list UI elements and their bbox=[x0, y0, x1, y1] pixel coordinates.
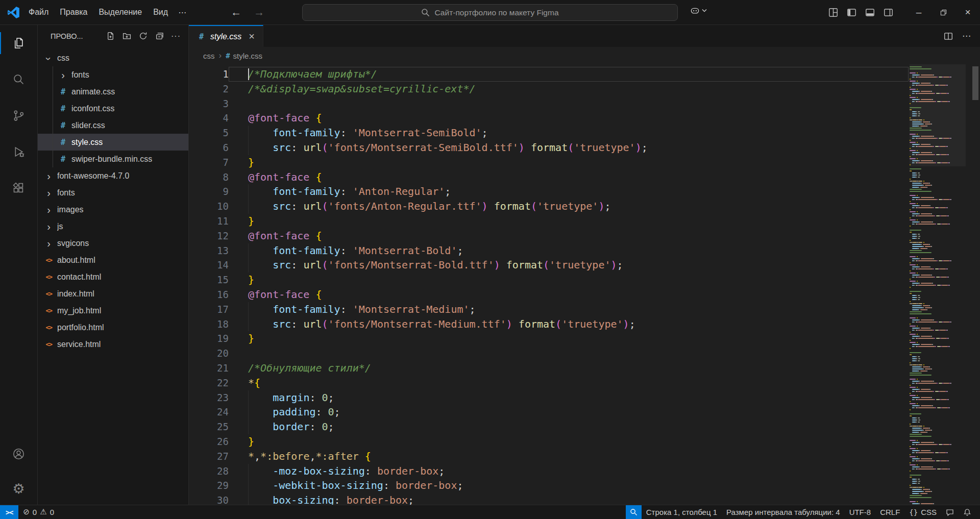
code-line-29[interactable]: 29 -webkit-box-sizing: border-box; bbox=[189, 478, 909, 493]
forward-arrow-icon[interactable]: → bbox=[248, 6, 271, 18]
close-window-button[interactable]: × bbox=[955, 0, 980, 24]
copilot-menu[interactable] bbox=[690, 6, 707, 15]
tree-item-font-awesome-4-7-0[interactable]: ›font-awesome-4.7.0 bbox=[38, 167, 188, 184]
code-line-16[interactable]: 16@font-face { bbox=[189, 287, 909, 302]
code-line-2[interactable]: 2/*&display=swap&subset=cyrillic-ext*/ bbox=[189, 82, 909, 96]
tree-item-svgicons[interactable]: ›svgicons bbox=[38, 235, 188, 252]
code-line-24[interactable]: 24 padding: 0; bbox=[189, 405, 909, 419]
tree-item-fonts[interactable]: ›fonts bbox=[38, 184, 188, 201]
zoom-indicator[interactable] bbox=[626, 505, 642, 519]
code-line-17[interactable]: 17 font-family: 'Montserrat-Medium'; bbox=[189, 302, 909, 317]
remote-indicator[interactable]: >< bbox=[0, 505, 18, 519]
tree-item-style-css[interactable]: #style.css bbox=[38, 134, 188, 151]
code-line-26[interactable]: 26} bbox=[189, 434, 909, 449]
tree-item-fonts[interactable]: ›fonts bbox=[38, 66, 188, 83]
code-line-7[interactable]: 7} bbox=[189, 155, 909, 170]
tree-item-swiper-bundle-min-css[interactable]: #swiper-bundle.min.css bbox=[38, 151, 188, 167]
code-line-3[interactable]: 3 bbox=[189, 96, 909, 111]
cursor-position[interactable]: Строка 1, столбец 1 bbox=[642, 505, 722, 519]
code-line-30[interactable]: 30 box-sizing: border-box; bbox=[189, 493, 909, 505]
code-editor[interactable]: 1/*Подключаем шрифты*/2/*&display=swap&s… bbox=[189, 64, 980, 505]
menu-view[interactable]: Вид bbox=[148, 5, 174, 19]
code-line-25[interactable]: 25 border: 0; bbox=[189, 419, 909, 434]
chevron-expanded-icon: › bbox=[44, 54, 54, 63]
activity-explorer[interactable] bbox=[0, 25, 38, 61]
account-button[interactable] bbox=[0, 436, 38, 472]
customize-layout-icon[interactable] bbox=[828, 8, 838, 17]
code-line-5[interactable]: 5 font-family: 'Montserrat-SemiBold'; bbox=[189, 126, 909, 140]
code-line-9[interactable]: 9 font-family: 'Anton-Regular'; bbox=[189, 184, 909, 199]
code-line-12[interactable]: 12@font-face { bbox=[189, 229, 909, 243]
menu-edit[interactable]: Правка bbox=[54, 5, 93, 19]
tree-item-images[interactable]: ›images bbox=[38, 201, 188, 218]
tree-item-index-html[interactable]: <>index.html bbox=[38, 285, 188, 302]
tree-item-iconfont-css[interactable]: #iconfont.css bbox=[38, 100, 188, 117]
code-line-6[interactable]: 6 src: url('fonts/Montserrat-SemiBold.tt… bbox=[189, 140, 909, 155]
views-more-actions-button[interactable]: ··· bbox=[168, 29, 183, 43]
tree-item-label: css bbox=[57, 54, 69, 63]
tree-item-portfolio-html[interactable]: <>portfolio.html bbox=[38, 319, 188, 336]
restore-button[interactable] bbox=[931, 0, 955, 24]
new-file-button[interactable] bbox=[103, 29, 118, 43]
code-line-11[interactable]: 11} bbox=[189, 214, 909, 229]
code-line-13[interactable]: 13 font-family: 'Montserrat-Bold'; bbox=[189, 243, 909, 258]
tree-item-slider-css[interactable]: #slider.css bbox=[38, 117, 188, 134]
code-line-18[interactable]: 18 src: url('fonts/Montserrat-Medium.ttf… bbox=[189, 317, 909, 332]
code-line-28[interactable]: 28 -moz-box-sizing: border-box; bbox=[189, 464, 909, 479]
notifications-button[interactable] bbox=[959, 505, 976, 519]
code-line-21[interactable]: 21/*Обнуляющие стили*/ bbox=[189, 361, 909, 376]
minimize-button[interactable]: – bbox=[906, 0, 931, 24]
menu-more-icon[interactable]: ⋯ bbox=[174, 5, 191, 20]
toggle-secondary-sidebar-icon[interactable] bbox=[884, 8, 893, 17]
menu-selection[interactable]: Выделение bbox=[93, 5, 148, 19]
toggle-primary-sidebar-icon[interactable] bbox=[847, 8, 856, 17]
scrollbar-thumb[interactable] bbox=[972, 66, 978, 100]
activity-run-debug[interactable] bbox=[0, 134, 38, 170]
tree-item-js[interactable]: ›js bbox=[38, 218, 188, 235]
tree-item-animate-css[interactable]: #animate.css bbox=[38, 83, 188, 100]
editor-more-actions-icon[interactable]: ⋯ bbox=[962, 31, 971, 41]
scrollbar-track[interactable] bbox=[966, 64, 980, 505]
tree-item-css[interactable]: ›css bbox=[38, 50, 188, 66]
language-indicator[interactable]: {} CSS bbox=[904, 505, 941, 519]
new-folder-button[interactable] bbox=[119, 29, 134, 43]
activity-extensions[interactable] bbox=[0, 170, 38, 206]
menu-file[interactable]: Файл bbox=[23, 5, 54, 19]
collapse-folders-button[interactable] bbox=[152, 29, 167, 43]
tree-item-about-html[interactable]: <>about.html bbox=[38, 252, 188, 268]
code-line-27[interactable]: 27*,*:before,*:after { bbox=[189, 449, 909, 464]
tree-item-my-job-html[interactable]: <>my_job.html bbox=[38, 302, 188, 319]
code-line-22[interactable]: 22*{ bbox=[189, 376, 909, 390]
code-line-19[interactable]: 19} bbox=[189, 331, 909, 346]
tab-style-css[interactable]: # style.css × bbox=[189, 25, 263, 47]
tree-item-service-html[interactable]: <>service.html bbox=[38, 336, 188, 353]
code-line-1[interactable]: 1/*Подключаем шрифты*/ bbox=[189, 67, 909, 82]
close-tab-icon[interactable]: × bbox=[246, 31, 257, 42]
back-arrow-icon[interactable]: ← bbox=[225, 6, 248, 18]
toggle-panel-icon[interactable] bbox=[865, 8, 875, 17]
code-line-14[interactable]: 14 src: url('fonts/Montserrat-Bold.ttf')… bbox=[189, 258, 909, 273]
encoding-indicator[interactable]: UTF-8 bbox=[845, 505, 876, 519]
breadcrumb-folder[interactable]: css bbox=[203, 52, 215, 60]
code-line-23[interactable]: 23 margin: 0; bbox=[189, 390, 909, 405]
eol-indicator[interactable]: CRLF bbox=[875, 505, 904, 519]
code-line-8[interactable]: 8@font-face { bbox=[189, 170, 909, 185]
settings-button[interactable]: ⚙ bbox=[0, 472, 38, 505]
code-line-20[interactable]: 20 bbox=[189, 346, 909, 361]
activity-search[interactable] bbox=[0, 61, 38, 97]
code-line-10[interactable]: 10 src: url('fonts/Anton-Regular.ttf') f… bbox=[189, 199, 909, 214]
split-editor-icon[interactable] bbox=[944, 32, 953, 41]
refresh-explorer-button[interactable] bbox=[136, 29, 151, 43]
tree-item-label: contact.html bbox=[57, 273, 101, 282]
feedback-button[interactable] bbox=[941, 505, 959, 519]
code-line-15[interactable]: 15} bbox=[189, 273, 909, 287]
tree-item-contact-html[interactable]: <>contact.html bbox=[38, 268, 188, 285]
indentation-indicator[interactable]: Размер интервала табуляции: 4 bbox=[722, 505, 845, 519]
problems-indicator[interactable]: ⊘ 0 ⚠ 0 bbox=[18, 505, 59, 519]
breadcrumb-file[interactable]: # style.css bbox=[226, 52, 262, 60]
line-number: 9 bbox=[189, 184, 229, 199]
code-line-4[interactable]: 4@font-face { bbox=[189, 111, 909, 126]
activity-source-control[interactable] bbox=[0, 97, 38, 134]
command-center-search[interactable]: Сайт-портфолио по макету Figma bbox=[302, 4, 678, 21]
minimap[interactable] bbox=[910, 64, 966, 505]
